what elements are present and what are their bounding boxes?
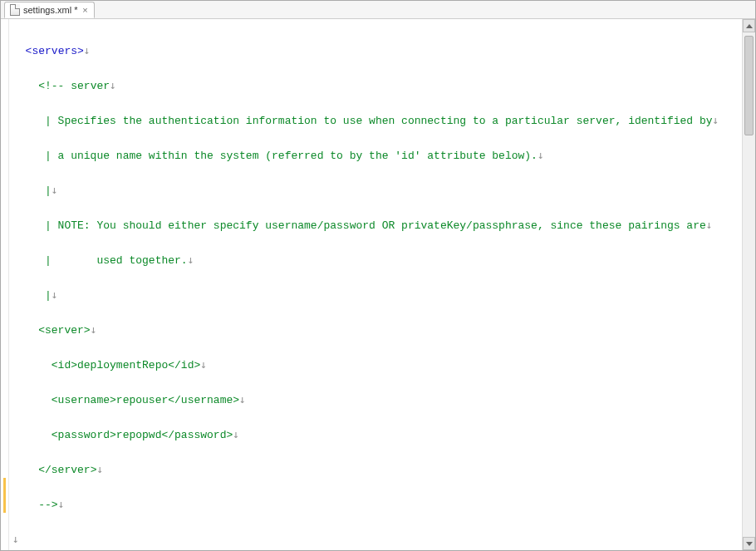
line-feed-icon: ↓	[706, 219, 713, 231]
line-feed-icon: ↓	[96, 463, 103, 475]
tab-label: settings.xml *	[23, 5, 77, 15]
line-feed-icon: ↓	[188, 253, 194, 266]
code-line: <!-- server↓	[12, 76, 742, 94]
line-feed-icon: ↓	[52, 288, 58, 301]
code-line: <password>repopwd</password>↓	[12, 426, 742, 443]
change-gutter	[1, 19, 9, 550]
line-feed-icon: ↓	[538, 149, 544, 161]
code-line: ↓	[12, 530, 742, 548]
line-feed-icon: ↓	[12, 533, 19, 545]
chevron-up-icon	[746, 24, 753, 28]
close-icon[interactable]: ×	[81, 6, 89, 14]
code-line: | NOTE: You should either specify userna…	[12, 216, 742, 234]
code-editor[interactable]: <servers>↓ <!-- server↓ | Specifies the …	[9, 19, 742, 550]
line-feed-icon: ↓	[91, 323, 97, 336]
code-line: <servers>↓	[12, 42, 742, 59]
line-feed-icon: ↓	[58, 498, 65, 510]
chevron-down-icon	[746, 542, 753, 546]
line-feed-icon: ↓	[110, 79, 116, 91]
code-line: <id>deploymentRepo</id>↓	[12, 356, 742, 373]
line-feed-icon: ↓	[84, 44, 91, 57]
code-line: <server>↓	[12, 321, 742, 338]
tab-bar: settings.xml * ×	[1, 1, 755, 19]
code-line: | Specifies the authentication informati…	[12, 111, 742, 129]
file-icon	[10, 4, 20, 16]
vertical-scrollbar[interactable]	[742, 19, 755, 550]
line-feed-icon: ↓	[239, 393, 246, 406]
line-feed-icon: ↓	[233, 428, 239, 440]
code-line: </server>↓	[12, 460, 742, 478]
tab-settings-xml[interactable]: settings.xml * ×	[4, 2, 95, 18]
code-line: <username>repouser</username>↓	[12, 391, 742, 408]
scroll-up-button[interactable]	[743, 19, 755, 32]
editor-area: <servers>↓ <!-- server↓ | Specifies the …	[1, 19, 755, 550]
code-line: | a unique name within the system (refer…	[12, 146, 742, 164]
code-line: | used together.↓	[12, 251, 742, 268]
scrollbar-thumb[interactable]	[744, 36, 754, 135]
code-line: -->↓	[12, 495, 742, 513]
line-feed-icon: ↓	[200, 358, 207, 371]
code-line: |↓	[12, 286, 742, 303]
editor-window: settings.xml * × <servers>↓ <!-- server↓…	[0, 0, 756, 551]
code-line: |↓	[12, 181, 742, 199]
scroll-down-button[interactable]	[743, 537, 755, 550]
line-feed-icon: ↓	[713, 114, 719, 126]
line-feed-icon: ↓	[52, 184, 58, 196]
change-marker	[3, 478, 6, 513]
